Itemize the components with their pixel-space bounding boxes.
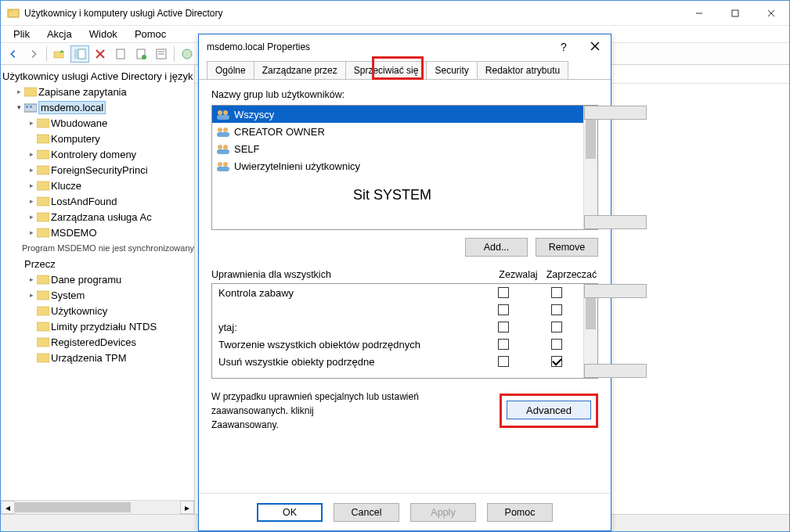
properties-button[interactable] — [152, 45, 171, 63]
deny-checkbox[interactable] — [551, 287, 562, 298]
chevron-down-icon[interactable]: ▾ — [13, 103, 24, 111]
chevron-right-icon[interactable]: ▸ — [26, 166, 37, 174]
tree-hscroll[interactable]: ◂ ▸ — [1, 500, 194, 514]
forward-button[interactable] — [24, 45, 43, 63]
svg-point-17 — [182, 49, 192, 59]
export-button[interactable] — [132, 45, 150, 63]
groups-scrollbar[interactable] — [583, 106, 597, 229]
permissions-listbox[interactable]: Kontrola zabawyytaj:Tworzenie wszystkich… — [211, 283, 598, 379]
permissions-scrollbar[interactable] — [583, 284, 597, 378]
tree-item-label: Komputery — [51, 133, 100, 145]
deny-checkbox[interactable] — [551, 322, 562, 332]
tree-item[interactable]: ▸Zarządzana usługa Ac — [1, 209, 194, 225]
permission-label: Kontrola zabawy — [212, 287, 477, 299]
back-button[interactable] — [4, 45, 23, 63]
tree-item[interactable]: Komputery — [1, 131, 194, 146]
advanced-button[interactable]: Advanced — [507, 401, 591, 419]
apply-button[interactable]: Apply — [410, 503, 476, 522]
tree-item[interactable]: ▾msdemo.local — [1, 99, 194, 115]
tab-object[interactable]: Sprzeciwiać się — [345, 61, 427, 79]
tree-item[interactable]: ▸System — [1, 287, 194, 303]
groups-listbox[interactable]: WszyscyCREATOR OWNERSELFUwierzytelnieni … — [211, 105, 598, 230]
group-item[interactable]: SELF — [212, 140, 583, 157]
tab-general[interactable]: Ogólne — [207, 61, 254, 79]
allow-checkbox[interactable] — [498, 322, 509, 332]
tree-item[interactable]: Limity przydziału NTDS — [1, 318, 194, 334]
scroll-down-button[interactable] — [584, 364, 647, 378]
groups-label: Nazwy grup lub użytkowników: — [211, 89, 598, 100]
chevron-right-icon[interactable]: ▸ — [26, 213, 37, 221]
tab-attribute-editor[interactable]: Redaktor atrybutu — [477, 61, 568, 79]
chevron-right-icon[interactable]: ▸ — [26, 228, 37, 236]
chevron-right-icon[interactable]: ▸ — [26, 291, 37, 299]
find-button[interactable] — [178, 45, 197, 63]
scroll-thumb[interactable] — [15, 502, 131, 512]
scroll-right-button[interactable]: ▸ — [180, 501, 194, 514]
svg-point-46 — [223, 145, 228, 149]
scroll-up-button[interactable] — [584, 106, 647, 120]
tree-item[interactable]: ▸Wbudowane — [1, 115, 194, 131]
tree-item[interactable]: Przecz — [1, 256, 194, 271]
tree-root[interactable]: Użytkownicy usługi Active Directory i ję… — [1, 68, 194, 84]
chevron-right-icon[interactable]: ▸ — [26, 182, 37, 189]
tree-item[interactable]: Program MSDEMO nie jest synchronizowany — [1, 240, 194, 256]
titlebar: Użytkownicy i komputery usługi Active Di… — [1, 1, 789, 26]
scroll-up-button[interactable] — [584, 284, 647, 298]
menu-view[interactable]: Widok — [81, 27, 125, 41]
tree-item[interactable]: ▸ForeignSecurityPrinci — [1, 162, 194, 178]
tree-item[interactable]: RegisteredDevices — [1, 334, 194, 350]
scroll-thumb[interactable] — [586, 120, 596, 159]
tab-managed-by[interactable]: Zarządzane przez — [254, 61, 346, 79]
add-button[interactable]: Add... — [465, 238, 528, 257]
minimize-button[interactable] — [681, 1, 717, 26]
tree-item[interactable]: ▸Zapisane zapytania — [1, 84, 194, 99]
refresh-button[interactable] — [111, 45, 130, 63]
deny-checkbox[interactable] — [551, 339, 562, 350]
menu-help[interactable]: Pomoc — [127, 27, 174, 41]
scroll-down-button[interactable] — [584, 215, 647, 229]
tab-security[interactable]: Security — [426, 61, 477, 79]
allow-checkbox[interactable] — [498, 356, 509, 367]
menu-file[interactable]: Plik — [5, 27, 38, 41]
tree-item[interactable]: ▸Kontrolery domeny — [1, 146, 194, 162]
tree-item[interactable]: ▸MSDEMO — [1, 225, 194, 240]
dialog-close-button[interactable] — [579, 41, 611, 53]
tree-item[interactable]: Użytkownicy — [1, 303, 194, 318]
ok-button[interactable]: OK — [257, 503, 323, 522]
tree-item[interactable]: ▸Dane programu — [1, 271, 194, 287]
cancel-button[interactable]: Cancel — [334, 503, 399, 522]
group-item[interactable]: Uwierzytelnieni użytkownicy — [212, 157, 583, 174]
close-button[interactable] — [753, 1, 789, 26]
allow-checkbox[interactable] — [498, 339, 509, 350]
up-folder-button[interactable] — [50, 45, 69, 63]
svg-rect-22 — [30, 106, 32, 108]
tree-item-label: msdemo.local — [38, 101, 106, 114]
chevron-right-icon[interactable]: ▸ — [26, 275, 37, 283]
group-item[interactable]: CREATOR OWNER — [212, 123, 583, 140]
chevron-right-icon[interactable]: ▸ — [26, 150, 37, 158]
scroll-thumb[interactable] — [586, 298, 596, 329]
tree-item-label: RegisteredDevices — [51, 336, 136, 348]
deny-checkbox[interactable] — [551, 356, 562, 367]
chevron-right-icon[interactable]: ▸ — [13, 88, 24, 95]
chevron-right-icon[interactable]: ▸ — [26, 119, 37, 127]
allow-checkbox[interactable] — [498, 304, 509, 315]
group-item[interactable]: Wszyscy — [212, 106, 583, 123]
tree-item[interactable]: ▸LostAndFound — [1, 193, 194, 209]
help-button[interactable]: Pomoc — [487, 503, 553, 522]
tree-pane[interactable]: Użytkownicy usługi Active Directory i ję… — [1, 65, 195, 514]
tree-item[interactable]: Urządzenia TPM — [1, 350, 194, 365]
svg-rect-8 — [78, 49, 85, 59]
allow-checkbox[interactable] — [498, 287, 509, 298]
show-tree-button[interactable] — [70, 45, 89, 63]
chevron-right-icon[interactable]: ▸ — [26, 197, 37, 205]
tree-item[interactable]: ▸Klucze — [1, 178, 194, 193]
remove-button[interactable]: Remove — [536, 238, 598, 257]
deny-checkbox[interactable] — [551, 304, 562, 315]
scroll-left-button[interactable]: ◂ — [1, 501, 15, 514]
delete-button[interactable] — [91, 45, 110, 63]
app-icon — [7, 7, 20, 20]
maximize-button[interactable] — [717, 1, 753, 26]
dialog-help-button[interactable]: ? — [548, 41, 579, 53]
menu-action[interactable]: Akcja — [39, 27, 80, 41]
